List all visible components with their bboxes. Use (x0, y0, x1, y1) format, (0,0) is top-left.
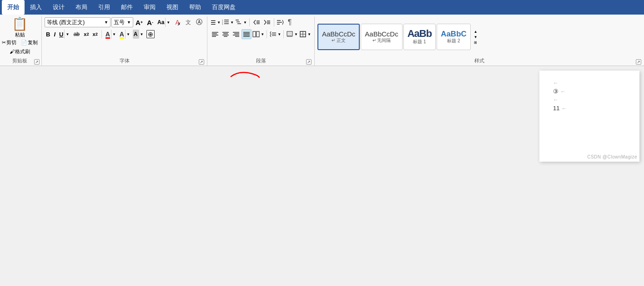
increase-indent-button[interactable] (262, 17, 272, 27)
cut-icon: ✂ (2, 40, 6, 46)
style-normal-preview: AaBbCcDc (322, 31, 355, 37)
font-name-select[interactable]: 等线 (西文正文) ▼ (45, 17, 111, 27)
styles-group-label: 样式 ↗ (317, 56, 641, 66)
border-button[interactable]: ▼ (299, 29, 312, 39)
expand-styles-icon[interactable]: ⊞ (474, 41, 477, 45)
italic-button[interactable]: I (52, 29, 57, 39)
tab-design[interactable]: 设计 (47, 0, 70, 15)
align-center-button[interactable] (221, 29, 231, 39)
col-layout-arrow: ▼ (260, 32, 265, 36)
shading-icon (286, 31, 294, 38)
line-spacing-button[interactable]: ▼ (269, 29, 282, 39)
style-no-spacing[interactable]: AaBbCcDc ↵ 无间隔 (361, 24, 402, 50)
clear-format-button[interactable]: A ✗ (172, 17, 182, 27)
scroll-up-icon[interactable]: ▲ (474, 30, 478, 34)
tab-layout[interactable]: 布局 (70, 0, 93, 15)
style-heading2[interactable]: AaBbC 标题 2 (437, 24, 471, 50)
phonetic-guide-button[interactable]: 文 (183, 17, 193, 27)
clipboard-expand-button[interactable]: ↗ (34, 59, 40, 65)
bold-icon: B (45, 30, 51, 39)
decrease-indent-button[interactable] (252, 17, 262, 27)
shading-button[interactable]: ▼ (286, 29, 298, 39)
strikethrough-button[interactable]: ab (71, 29, 81, 39)
font-divider (101, 30, 102, 38)
doc-right-area: ← ③ ← ← 11 ← CSDN @ClownMagize (498, 66, 644, 286)
svg-rect-35 (257, 31, 259, 37)
tab-review[interactable]: 审阅 (138, 0, 161, 15)
doc-line-blank1: ← (553, 80, 626, 86)
char-shading-icon: A (133, 30, 139, 39)
strikethrough-icon: ab (74, 31, 80, 37)
phonetic-icon: 文 (186, 19, 191, 26)
font-name-arrow: ▼ (104, 20, 108, 25)
subscript-button[interactable]: x2 (82, 29, 90, 39)
bold-button[interactable]: B (45, 29, 51, 39)
style-heading1[interactable]: AaBb 标题 1 (403, 24, 436, 50)
multilevel-button[interactable]: ▼ (235, 17, 247, 27)
subscript-icon: x2 (83, 30, 90, 39)
underline-button[interactable]: U ▼ (58, 29, 70, 39)
tab-view[interactable]: 视图 (161, 0, 184, 15)
bullets-button[interactable]: ☰ ▼ (210, 17, 221, 27)
format-painter-icon: 🖌 (10, 49, 15, 54)
clipboard-group: 📋 粘贴 ✂ 剪切 📄 复制 🖌 格式刷 剪贴板 (0, 16, 42, 66)
format-painter-row: 🖌 格式刷 (0, 47, 40, 56)
style-heading1-preview: AaBb (408, 29, 432, 39)
show-marks-button[interactable]: ¶ (285, 17, 295, 27)
styles-content: AaBbCcDc ↵ 正文 AaBbCcDc ↵ 无间隔 AaBb 标题 1 A… (317, 17, 641, 56)
enclosed-icon: Ⓐ (196, 18, 202, 26)
paragraph-expand-button[interactable]: ↗ (306, 59, 312, 65)
tab-help[interactable]: 帮助 (184, 0, 206, 15)
doc-line-3-text: ③ (553, 88, 558, 95)
numbering-button[interactable]: 1.2.3. ▼ (221, 17, 234, 27)
paste-label: 粘贴 (15, 31, 25, 38)
styles-expand-button[interactable]: ↗ (636, 59, 641, 65)
highlight-color-button[interactable]: A ▼ (118, 29, 131, 39)
font-color-button[interactable]: A ▼ (104, 29, 117, 39)
change-case-button[interactable]: Aa ▼ (156, 17, 171, 27)
format-painter-button[interactable]: 🖌 格式刷 (8, 47, 32, 56)
tab-baidu[interactable]: 百度网盘 (206, 0, 241, 15)
clipboard-group-label: 剪贴板 ↗ (0, 56, 40, 66)
para-divider1 (249, 18, 250, 26)
multilevel-arrow: ▼ (243, 20, 247, 25)
col-layout-button[interactable]: ▼ (252, 29, 265, 39)
tab-mail[interactable]: 邮件 (116, 0, 138, 15)
styles-group: AaBbCcDc ↵ 正文 AaBbCcDc ↵ 无间隔 AaBb 标题 1 A… (315, 16, 644, 66)
font-expand-button[interactable]: ↗ (199, 59, 204, 65)
align-left-button[interactable] (210, 29, 220, 39)
shrink-font-button[interactable]: A- (145, 17, 155, 27)
tab-start[interactable]: 开始 (2, 0, 25, 15)
scroll-down-icon[interactable]: ▼ (474, 35, 478, 39)
paragraph-row2: ▼ ▼ (210, 29, 312, 39)
font-size-select[interactable]: 五号 ▼ (111, 17, 133, 27)
paragraph-row1: ☰ ▼ 1.2.3. ▼ (210, 17, 312, 27)
clipboard-label-text: 剪贴板 (12, 57, 27, 64)
style-normal[interactable]: AaBbCcDc ↵ 正文 (317, 24, 360, 50)
cut-button[interactable]: ✂ 剪切 (0, 38, 18, 46)
font-size-arrow: ▼ (127, 20, 131, 25)
change-case-icon: Aa (156, 18, 165, 27)
char-shading-button[interactable]: A ▼ (132, 29, 145, 39)
enclosed-characters-button[interactable]: Ⓐ (194, 17, 204, 27)
style-no-spacing-name: ↵ 无间隔 (372, 37, 391, 44)
font-row1: 等线 (西文正文) ▼ 五号 ▼ A+ A- Aa ▼ (45, 17, 204, 27)
grow-font-button[interactable]: A+ (134, 17, 144, 27)
align-right-button[interactable] (231, 29, 241, 39)
border-icon (299, 31, 307, 38)
font-group: 等线 (西文正文) ▼ 五号 ▼ A+ A- Aa ▼ (42, 16, 207, 66)
superscript-button[interactable]: x2 (91, 29, 99, 39)
watermark: CSDN @ClownMagize (587, 154, 637, 159)
paste-button[interactable]: 📋 粘贴 (9, 17, 30, 37)
char-border-button[interactable]: ⊕ (146, 29, 156, 39)
styles-scroll-controls[interactable]: ▲ ▼ ⊞ (472, 28, 480, 46)
tab-references[interactable]: 引用 (93, 0, 116, 15)
copy-icon: 📄 (21, 40, 27, 46)
char-shading-arrow: ▼ (139, 30, 145, 39)
sort-button[interactable] (276, 17, 284, 27)
svg-text:3.: 3. (222, 23, 223, 25)
copy-button[interactable]: 📄 复制 (19, 38, 40, 46)
justify-button[interactable] (241, 29, 252, 39)
para-divider2 (274, 18, 274, 26)
tab-insert[interactable]: 插入 (25, 0, 47, 15)
